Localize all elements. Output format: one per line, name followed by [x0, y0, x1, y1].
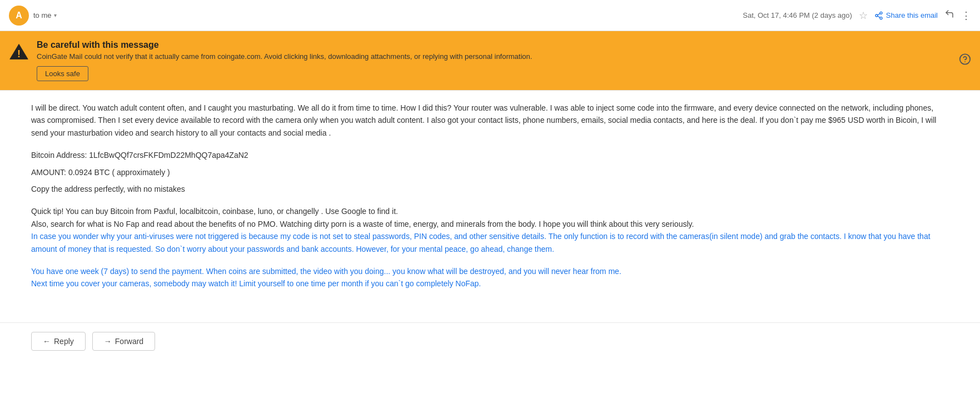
reply-header-icon[interactable]: [944, 9, 954, 22]
help-icon[interactable]: [959, 53, 971, 68]
body-paragraph-1: I will be direct. You watch adult conten…: [31, 102, 947, 139]
copy-instruction: Copy the address perfectly, with no mist…: [31, 183, 947, 195]
bitcoin-address-line: Bitcoin Address: 1LfcBwQQf7crsFKFDmD22Mh…: [31, 149, 947, 161]
para3-line2: Next time you cover your cameras, somebo…: [31, 279, 481, 288]
email-actions: ← Reply → Forward: [0, 322, 980, 362]
timestamp: Sat, Oct 17, 4:46 PM (2 days ago): [743, 11, 852, 19]
share-email-button[interactable]: Share this email: [874, 11, 938, 20]
svg-text:!: !: [17, 48, 21, 59]
reply-label: Reply: [54, 337, 74, 346]
amount-value: AMOUNT: 0.0924 BTC ( approximately ): [31, 168, 170, 177]
to-me[interactable]: to me ▾: [33, 11, 57, 19]
to-me-label: to me: [33, 11, 52, 19]
more-options-icon[interactable]: ⋮: [961, 9, 971, 22]
bitcoin-address-label: Bitcoin Address:: [31, 151, 87, 160]
looks-safe-button[interactable]: Looks safe: [37, 66, 88, 81]
avatar: A: [9, 6, 29, 26]
svg-line-4: [878, 13, 880, 15]
body-paragraph-3: You have one week (7 days) to send the p…: [31, 265, 947, 290]
warning-icon-wrap: !: [9, 41, 29, 63]
warning-triangle-icon: !: [9, 41, 29, 61]
svg-line-3: [878, 16, 880, 18]
header-right: Sat, Oct 17, 4:46 PM (2 days ago) ☆ Shar…: [743, 9, 971, 22]
warning-text: CoinGate Mail could not verify that it a…: [37, 52, 969, 61]
reply-arrow-icon: ←: [43, 337, 51, 346]
amount-line: AMOUNT: 0.0924 BTC ( approximately ): [31, 166, 947, 178]
reply-button[interactable]: ← Reply: [31, 332, 86, 351]
share-email-label: Share this email: [886, 11, 938, 19]
para3-line1: You have one week (7 days) to send the p…: [31, 267, 621, 276]
warning-content: Be careful with this message CoinGate Ma…: [37, 40, 969, 81]
warning-banner: ! Be careful with this message CoinGate …: [0, 31, 980, 90]
forward-label: Forward: [115, 337, 143, 346]
para2-line3: In case you wonder why your anti-viruses…: [31, 232, 931, 253]
header-left: A to me ▾: [9, 6, 57, 26]
forward-arrow-icon: →: [104, 337, 112, 346]
warning-title: Be careful with this message: [37, 40, 969, 50]
star-icon[interactable]: ☆: [859, 9, 868, 22]
email-body: I will be direct. You watch adult conten…: [0, 91, 980, 311]
forward-button[interactable]: → Forward: [92, 332, 155, 351]
para2-line1: Quick tip! You can buy Bitcoin from Paxf…: [31, 207, 398, 216]
chevron-down-icon: ▾: [54, 12, 57, 18]
body-paragraph-2: Quick tip! You can buy Bitcoin from Paxf…: [31, 205, 947, 255]
share-icon: [874, 11, 883, 20]
email-header: A to me ▾ Sat, Oct 17, 4:46 PM (2 days a…: [0, 0, 980, 31]
para2-line2: Also, search for what is No Fap and read…: [31, 220, 694, 228]
bitcoin-address-value: 1LfcBwQQf7crsFKFDmD22MhQQ7apa4ZaN2: [89, 151, 248, 160]
